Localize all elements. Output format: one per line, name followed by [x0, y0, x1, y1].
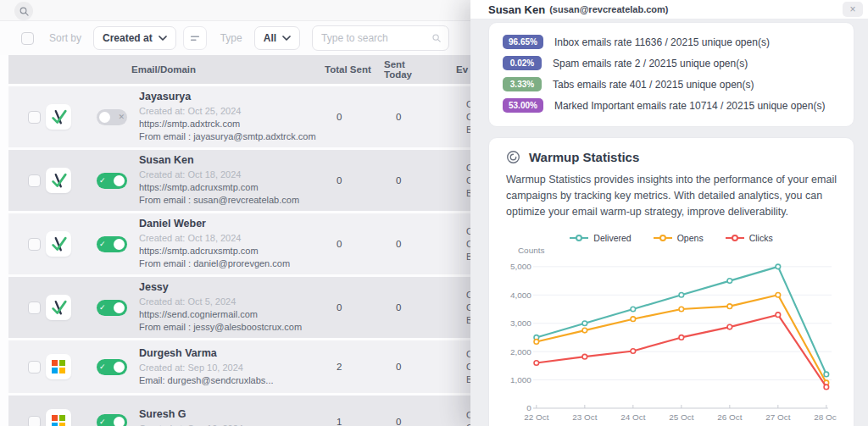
warmup-toggle[interactable]: ✓ — [97, 300, 127, 316]
svg-text:2,000: 2,000 — [510, 347, 531, 357]
svg-text:4,000: 4,000 — [510, 290, 531, 300]
svg-text:23 Oct: 23 Oct — [572, 412, 598, 422]
sent-today-value: 0 — [386, 417, 445, 426]
account-name: Suresh G — [139, 408, 317, 420]
smtp-url-text: https://send.cogniermail.com — [139, 308, 317, 321]
svg-text:26 Oct: 26 Oct — [717, 412, 743, 422]
toggle-state-icon: ✓ — [99, 177, 106, 185]
tabs-rate-text: Tabs emails rate 401 / 20215 unique open… — [553, 79, 754, 91]
spam-rate-badge: 0.02% — [503, 56, 542, 70]
warmup-title: Warmup Statistics — [529, 150, 639, 164]
drawer-header: Susan Ken (susan@revcreatelab.com) × — [470, 0, 868, 19]
from-email-text: From email : jayasurya@smtp.adxtrck.com — [139, 130, 317, 143]
important-rate-text: Marked Important emails rate 10714 / 202… — [554, 100, 826, 112]
toggle-knob — [114, 175, 125, 186]
warmup-toggle[interactable]: ✕ — [97, 109, 127, 125]
warmup-statistics-card: Warmup Statistics Warmup Statistics prov… — [488, 137, 854, 426]
toggle-state-icon: ✓ — [99, 418, 106, 426]
sort-order-button[interactable] — [183, 26, 207, 50]
toggle-state-icon: ✕ — [118, 113, 125, 121]
legend-label: Opens — [677, 233, 704, 243]
type-dropdown-value: All — [264, 32, 276, 44]
toggle-knob — [99, 112, 110, 123]
sent-today-value: 0 — [386, 239, 445, 249]
created-at-text: Created at: Oct 18, 2024 — [139, 169, 317, 181]
warmup-toggle[interactable]: ✓ — [97, 173, 127, 189]
from-email-text: From email : jessy@alesboostcrux.com — [139, 321, 317, 334]
toggle-knob — [114, 417, 125, 426]
from-email-text: From email : susan@revcreatelab.com — [139, 194, 317, 207]
smtp-url-text: https://smtp.adxtrck.com — [139, 118, 317, 130]
type-dropdown[interactable]: All — [254, 26, 300, 50]
svg-text:0: 0 — [526, 404, 531, 413]
inbox-rate-text: Inbox emails rate 11636 / 20215 unique o… — [554, 36, 770, 48]
row-checkbox[interactable] — [28, 302, 41, 314]
smtp-provider-icon — [49, 108, 68, 126]
legend-item-opens[interactable]: Opens — [654, 233, 704, 243]
sent-today-value: 0 — [386, 112, 445, 122]
svg-text:28 Oct: 28 Oct — [814, 412, 837, 422]
legend-item-delivered[interactable]: Delivered — [570, 233, 631, 243]
provider-logo — [46, 104, 71, 130]
svg-text:3,000: 3,000 — [510, 318, 531, 328]
select-all-checkbox[interactable] — [21, 32, 34, 45]
toggle-knob — [114, 302, 125, 313]
stat-row-important: 53.00% Marked Important emails rate 1071… — [503, 97, 840, 113]
row-checkbox[interactable] — [28, 361, 41, 373]
account-name: Susan Ken — [139, 154, 317, 166]
svg-text:27 Oct: 27 Oct — [765, 412, 791, 422]
row-checkbox[interactable] — [28, 416, 41, 426]
table-search-field[interactable] — [312, 25, 449, 51]
smtp-url-text: https://smtp.adcruxsmtp.com — [139, 181, 317, 194]
sort-by-label: Sort by — [49, 32, 81, 44]
legend-marker-icon — [570, 235, 588, 241]
toggle-state-icon: ✓ — [99, 304, 106, 312]
svg-text:Counts: Counts — [518, 246, 545, 255]
total-sent-value: 0 — [324, 302, 383, 313]
drawer-body: 96.65% Inbox emails rate 11636 / 20215 u… — [470, 19, 868, 426]
toggle-state-icon: ✓ — [99, 241, 106, 248]
warmup-toggle[interactable]: ✓ — [97, 236, 127, 252]
warmup-description: Warmup Statistics provides insights into… — [506, 172, 837, 219]
microsoft-provider-icon — [52, 415, 65, 426]
close-button[interactable]: × — [843, 2, 863, 17]
row-checkbox[interactable] — [28, 238, 41, 251]
sort-dropdown-value: Created at — [103, 32, 153, 44]
legend-label: Delivered — [593, 233, 631, 243]
stat-row-tabs: 3.33% Tabs emails rate 401 / 20215 uniqu… — [503, 76, 840, 92]
global-search-button[interactable] — [14, 2, 33, 20]
search-input[interactable] — [321, 32, 431, 44]
warmup-toggle[interactable]: ✓ — [97, 414, 127, 426]
svg-text:24 Oct: 24 Oct — [620, 412, 646, 422]
sent-today-value: 0 — [386, 175, 445, 185]
account-info: Durgesh Varma Created at: Sep 10, 2024 E… — [139, 347, 317, 387]
search-icon — [431, 33, 442, 43]
provider-logo — [46, 354, 71, 379]
stat-row-spam: 0.02% Spam emails rate 2 / 20215 unique … — [503, 55, 840, 71]
warmup-dashboard: Sort by Created at Type All — [0, 0, 868, 426]
row-checkbox[interactable] — [28, 111, 41, 124]
column-header-events: Ev — [456, 64, 468, 75]
row-checkbox[interactable] — [28, 174, 41, 187]
svg-text:22 Oct: 22 Oct — [524, 412, 549, 422]
microsoft-provider-icon — [52, 360, 65, 373]
account-info: Jayasurya Created at: Oct 25, 2024 https… — [139, 91, 317, 143]
legend-item-clicks[interactable]: Clicks — [726, 233, 773, 243]
from-email-text: Email: durgesh@sendcruxlabs... — [139, 374, 317, 387]
chevron-down-icon — [282, 36, 291, 41]
account-name: Jessy — [139, 281, 317, 293]
account-info: Daniel Weber Created at: Oct 18, 2024 ht… — [139, 218, 317, 270]
provider-logo — [46, 168, 71, 193]
chart-legend: DeliveredOpensClicks — [506, 233, 837, 243]
toggle-state-icon: ✓ — [99, 363, 106, 371]
warmup-toggle[interactable]: ✓ — [97, 359, 127, 375]
close-icon: × — [849, 3, 855, 15]
drawer-title: Susan Ken — [488, 3, 545, 16]
account-info: Jessy Created at: Oct 5, 2024 https://se… — [139, 281, 317, 334]
sort-dropdown[interactable]: Created at — [93, 26, 176, 50]
created-at-text: Created at: Sep 10, 2024 — [139, 423, 317, 426]
svg-text:1,000: 1,000 — [510, 375, 531, 385]
created-at-text: Created at: Oct 5, 2024 — [139, 296, 317, 308]
column-header-sent-today: Sent Today — [376, 59, 435, 80]
provider-logo — [46, 231, 71, 257]
